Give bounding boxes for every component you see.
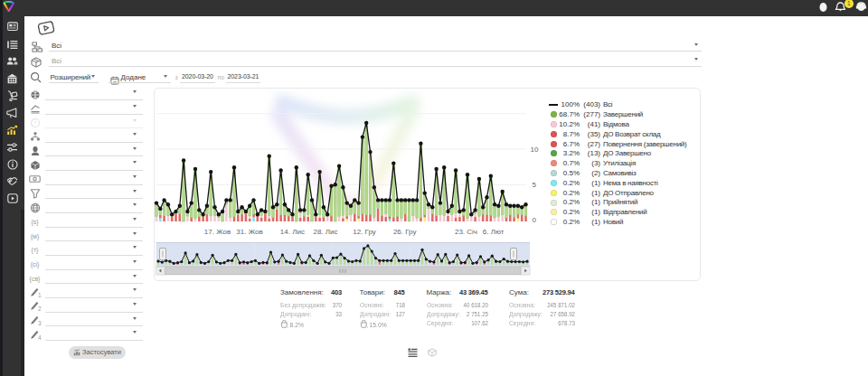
svg-text:x: x [366, 325, 367, 328]
svg-text:2: 2 [38, 306, 42, 313]
svg-text:?: ? [33, 120, 37, 126]
svg-text:4: 4 [38, 334, 42, 341]
svg-text:x: x [288, 325, 288, 328]
svg-text:3: 3 [38, 320, 42, 326]
svg-text:1: 1 [38, 292, 42, 298]
